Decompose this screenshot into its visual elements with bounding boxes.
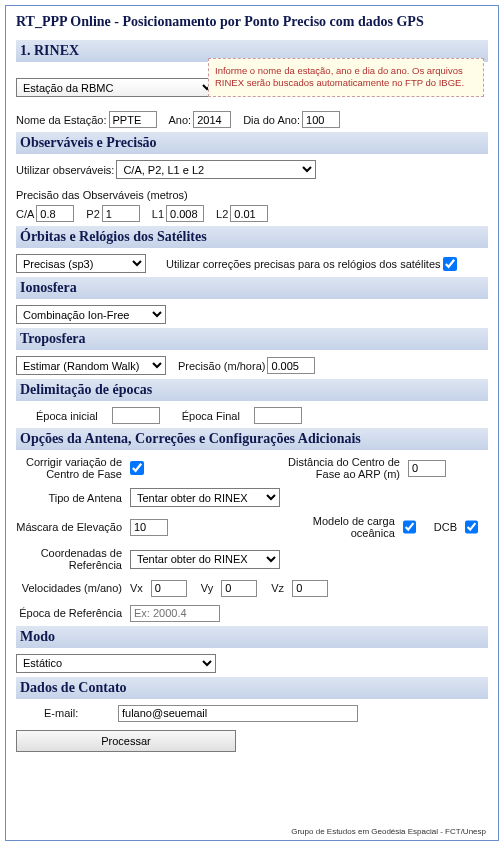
footer-text: Grupo de Estudos em Geodésia Espacial - … <box>291 827 486 836</box>
dia-ano-input[interactable] <box>302 111 340 128</box>
epoca-ref-label: Época de Referência <box>16 607 126 619</box>
email-input[interactable] <box>118 705 358 722</box>
section-epocas: Delimitação de épocas <box>16 379 488 401</box>
precisao-obs-title: Precisão das Observáveis (metros) <box>16 189 488 201</box>
carga-oceanica-label: Modelo de carga oceânica <box>284 515 399 539</box>
corr-fase-label: Corrigir variação de Centro de Fase <box>16 456 126 480</box>
epoca-ref-input[interactable] <box>130 605 220 622</box>
dist-arp-label: Distância do Centro de Fase ao ARP (m) <box>284 456 404 480</box>
velocidades-label: Velocidades (m/ano) <box>16 582 126 594</box>
relogios-label: Utilizar correções precisas para os reló… <box>166 258 441 270</box>
nome-estacao-label: Nome da Estação: <box>16 114 107 126</box>
tipo-antena-label: Tipo de Antena <box>16 492 126 504</box>
epoca-final-input[interactable] <box>254 407 302 424</box>
processar-button[interactable]: Processar <box>16 730 236 752</box>
vy-label: Vy <box>201 582 217 594</box>
nome-estacao-input[interactable] <box>109 111 157 128</box>
utilizar-obs-select[interactable]: C/A, P2, L1 e L2 <box>116 160 316 179</box>
l1-label: L1 <box>152 208 164 220</box>
section-orbitas: Órbitas e Relógios dos Satélites <box>16 226 488 248</box>
dist-arp-input[interactable] <box>408 460 446 477</box>
vz-label: Vz <box>271 582 288 594</box>
p2-label: P2 <box>86 208 99 220</box>
carga-oceanica-checkbox[interactable] <box>403 520 416 534</box>
epoca-inicial-label: Época inicial <box>36 410 98 422</box>
coord-ref-label: Coordenadas de Referência <box>16 547 126 571</box>
section-troposfera: Troposfera <box>16 328 488 350</box>
trop-prec-label: Precisão (m/hora) <box>178 360 265 372</box>
ionosfera-select[interactable]: Combinação Ion-Free <box>16 305 166 324</box>
l2-input[interactable] <box>230 205 268 222</box>
epoca-inicial-input[interactable] <box>112 407 160 424</box>
section-modo: Modo <box>16 626 488 648</box>
relogios-checkbox[interactable] <box>443 257 457 271</box>
dia-ano-label: Dia do Ano: <box>243 114 300 126</box>
orbitas-select[interactable]: Precisas (sp3) <box>16 254 146 273</box>
utilizar-obs-label: Utilizar observáveis: <box>16 164 114 176</box>
section-observaveis: Observáveis e Precisão <box>16 132 488 154</box>
coord-ref-select[interactable]: Tentar obter do RINEX <box>130 550 280 569</box>
ca-input[interactable] <box>36 205 74 222</box>
p2-input[interactable] <box>102 205 140 222</box>
vz-input[interactable] <box>292 580 328 597</box>
info-box: Informe o nome da estação, ano e dia do … <box>208 58 484 97</box>
tipo-antena-select[interactable]: Tentar obter do RINEX <box>130 488 280 507</box>
ano-label: Ano: <box>169 114 192 126</box>
vy-input[interactable] <box>221 580 257 597</box>
section-contato: Dados de Contato <box>16 677 488 699</box>
section-antena: Opções da Antena, Correções e Configuraç… <box>16 428 488 450</box>
vx-label: Vx <box>130 582 147 594</box>
trop-prec-input[interactable] <box>267 357 315 374</box>
mascara-label: Máscara de Elevação <box>16 521 126 533</box>
l2-label: L2 <box>216 208 228 220</box>
ca-label: C/A <box>16 208 34 220</box>
dcb-label: DCB <box>434 521 461 533</box>
modo-select[interactable]: Estático <box>16 654 216 673</box>
vx-input[interactable] <box>151 580 187 597</box>
page-title: RT_PPP Online - Posicionamento por Ponto… <box>16 12 488 36</box>
ano-input[interactable] <box>193 111 231 128</box>
corr-fase-checkbox[interactable] <box>130 461 144 475</box>
rinex-source-select[interactable]: Estação da RBMC <box>16 78 216 97</box>
dcb-checkbox[interactable] <box>465 520 478 534</box>
section-ionosfera: Ionosfera <box>16 277 488 299</box>
mascara-input[interactable] <box>130 519 168 536</box>
email-label: E-mail: <box>44 707 104 719</box>
epoca-final-label: Época Final <box>182 410 240 422</box>
troposfera-select[interactable]: Estimar (Random Walk) <box>16 356 166 375</box>
l1-input[interactable] <box>166 205 204 222</box>
